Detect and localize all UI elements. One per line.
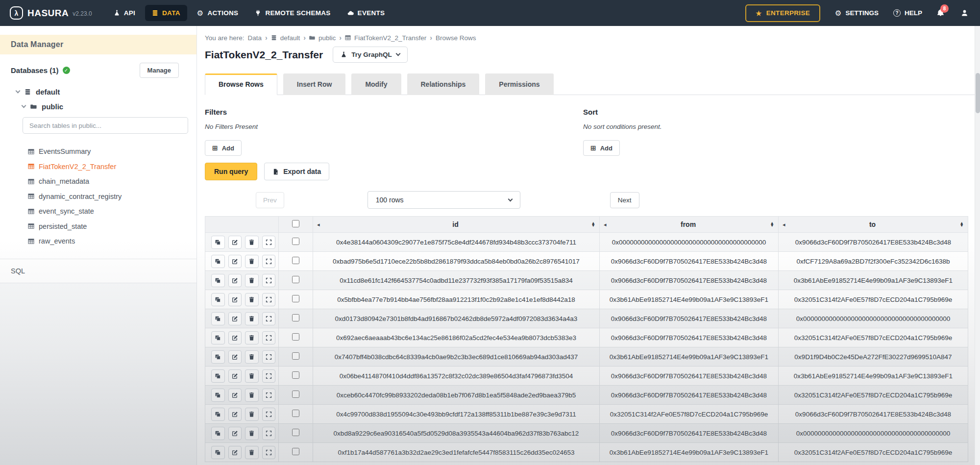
edit-row-button[interactable] [228,331,242,344]
nav-item-actions[interactable]: ⚙ ACTIONS [190,5,245,21]
sidebar-table-item[interactable]: dynamic_contract_registry [28,189,196,204]
clone-row-button[interactable] [211,236,225,249]
column-label[interactable]: from [607,220,770,228]
delete-row-button[interactable] [245,369,259,383]
clone-row-button[interactable] [211,274,225,287]
clone-row-button[interactable] [211,369,225,383]
enterprise-button[interactable]: ★ ENTERPRISE [745,4,820,22]
column-label[interactable]: to [785,220,960,228]
run-query-button[interactable]: Run query [205,163,257,180]
cell-id[interactable]: 0x692aec6aeaaab43bc6e134ac25e86186f02a5c… [313,328,600,347]
delete-row-button[interactable] [245,236,259,249]
cell-from[interactable]: 0x3b61AbEe91852714E4e99b09a1AF3e9C13893e… [600,443,779,462]
add-filter-button[interactable]: ⊞ Add [205,140,242,156]
tab-permissions[interactable]: Permissions [485,73,553,95]
row-checkbox[interactable] [292,352,299,360]
cell-to[interactable]: 0x32051C314f2AFe0E57f8D7cECD204a1C795b96… [779,328,968,347]
edit-row-button[interactable] [228,236,242,249]
cell-to[interactable]: 0x00000000000000000000000000000000000000… [779,309,968,328]
edit-row-button[interactable] [228,274,242,287]
cell-id[interactable]: 0x7407bff4b038cdbc64c8339a4cb0ae9b2c3b3e… [313,347,600,367]
sort-icon[interactable]: ▲▼ [591,222,595,227]
expand-row-button[interactable] [262,255,276,268]
sidebar-table-item[interactable]: event_sync_state [28,204,196,219]
expand-row-button[interactable] [262,369,276,383]
clone-row-button[interactable] [211,446,225,459]
delete-row-button[interactable] [245,312,259,325]
edit-row-button[interactable] [228,408,242,421]
breadcrumb-table[interactable]: FiatTokenV2_2_Transfer [354,34,426,42]
clone-row-button[interactable] [211,389,225,402]
row-checkbox[interactable] [292,257,299,264]
cell-from[interactable]: 0x9066d3cF60D9f7B705026417E8E533b424Bc3d… [600,328,779,347]
delete-row-button[interactable] [245,331,259,344]
cell-from[interactable]: 0x9066d3cF60D9f7B705026417E8E533b424Bc3d… [600,424,779,443]
tab-relationships[interactable]: Relationships [407,73,480,95]
column-label[interactable]: id [320,220,591,228]
row-checkbox[interactable] [292,371,299,379]
cell-to[interactable]: 0x32051C314f2AFe0E57f8D7cECD204a1C795b96… [779,443,968,462]
cell-from[interactable]: 0x3b61AbEe91852714E4e99b09a1AF3e9C13893e… [600,347,779,367]
cell-to[interactable]: 0x9D1f9D4b0C2e45DeA272FfE30227d9699510A8… [779,347,968,367]
add-sort-button[interactable]: ⊞ Add [583,140,620,156]
cell-id[interactable]: 0x11cd8e61fc142f664537754c0adbd11e237732… [313,271,600,290]
hasura-logo[interactable]: λ HASURA [10,6,69,20]
cell-to[interactable]: 0x3b61AbEe91852714E4e99b09a1AF3e9C13893e… [779,367,968,386]
tree-node-schema[interactable]: public [22,102,196,111]
expand-row-button[interactable] [262,236,276,249]
chevron-down-icon[interactable] [22,103,26,108]
clone-row-button[interactable] [211,427,225,440]
row-checkbox[interactable] [292,429,299,436]
cell-from[interactable]: 0x9066d3cF60D9f7B705026417E8E533b424Bc3d… [600,252,779,271]
select-all-checkbox[interactable] [292,220,299,227]
sidebar-sql-item[interactable]: SQL [0,259,196,283]
cell-id[interactable]: 0xceb60c4470fc99b8933202deda08b1eb7f067d… [313,386,600,405]
breadcrumb-browse-rows[interactable]: Browse Rows [436,34,476,42]
tab-browse-rows[interactable]: Browse Rows [205,73,277,95]
sort-icon[interactable]: ▲▼ [770,222,774,227]
delete-row-button[interactable] [245,389,259,402]
expand-row-button[interactable] [262,293,276,306]
nav-item-api[interactable]: API [107,5,142,21]
scrollbar-thumb[interactable] [976,73,980,113]
delete-row-button[interactable] [245,427,259,440]
expand-row-button[interactable] [262,331,276,344]
nav-item-remote-schemas[interactable]: REMOTE SCHEMAS [248,5,337,21]
cell-to[interactable]: 0x9066d3cF60D9f7B705026417E8E533b424Bc3d… [779,405,968,424]
delete-row-button[interactable] [245,255,259,268]
edit-row-button[interactable] [228,255,242,268]
row-checkbox[interactable] [292,410,299,417]
cell-from[interactable]: 0x32051C314f2AFe0E57f8D7cECD204a1C795b96… [600,405,779,424]
delete-row-button[interactable] [245,446,259,459]
cell-id[interactable]: 0x4c99700d838d1955094c30e493bb9cfdf172a1… [313,405,600,424]
tree-node-database[interactable]: default [16,88,196,96]
edit-row-button[interactable] [228,293,242,306]
expand-row-button[interactable] [262,274,276,287]
sidebar-table-item[interactable]: chain_metadata [28,174,196,189]
settings-link[interactable]: ⚙ SETTINGS [835,9,879,17]
nav-item-data[interactable]: DATA [145,5,187,21]
export-data-button[interactable]: Export data [264,163,329,180]
tab-insert-row[interactable]: Insert Row [283,73,346,95]
edit-row-button[interactable] [228,312,242,325]
cell-to[interactable]: 0xfCF7129A8a69a2BD7f2f300eFc352342D6c163… [779,252,968,271]
manage-button[interactable]: Manage [140,63,179,78]
cell-id[interactable]: 0xbd8a9229c6ea90316540a5f5d0529d08a39355… [313,424,600,443]
cell-to[interactable]: 0x32051C314f2AFe0E57f8D7cECD204a1C795b96… [779,290,968,309]
clone-row-button[interactable] [211,408,225,421]
delete-row-button[interactable] [245,274,259,287]
breadcrumb-data[interactable]: Data [248,34,262,42]
cell-from[interactable]: 0x9066d3cF60D9f7B705026417E8E533b424Bc3d… [600,367,779,386]
tab-modify[interactable]: Modify [351,73,401,95]
edit-row-button[interactable] [228,389,242,402]
row-checkbox[interactable] [292,276,299,283]
edit-row-button[interactable] [228,350,242,364]
clone-row-button[interactable] [211,350,225,364]
edit-row-button[interactable] [228,369,242,383]
edit-row-button[interactable] [228,427,242,440]
delete-row-button[interactable] [245,408,259,421]
cell-to[interactable]: 0x32051C314f2AFe0E57f8D7cECD204a1C795b96… [779,386,968,405]
clone-row-button[interactable] [211,312,225,325]
breadcrumb-public[interactable]: public [318,34,336,42]
cell-to[interactable]: 0x00000000000000000000000000000000000000… [779,424,968,443]
